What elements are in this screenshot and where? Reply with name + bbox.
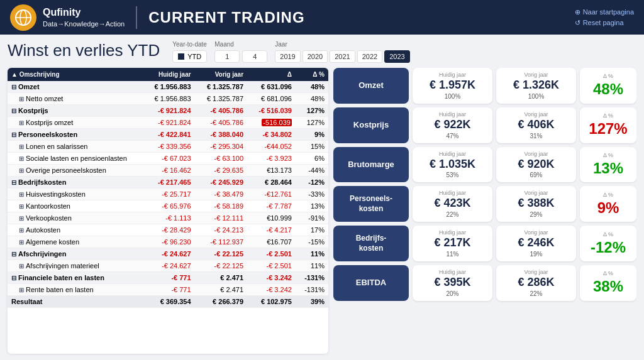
row-huidig: € 1.956.883 (142, 81, 194, 93)
card-sub-vorig: Vorig jaar (524, 151, 548, 157)
row-label: ⊞Algemene kosten (8, 236, 142, 248)
nav-home-link[interactable]: ⊕ Naar startpagina (575, 8, 634, 16)
row-delta: -€12.761 (247, 188, 296, 200)
card-personeels-vorig: Vorig jaar € 388K 29% (496, 186, 576, 222)
card-pct: 47% (446, 133, 458, 139)
logo-icon (10, 4, 36, 31)
row-pct: 11% (296, 248, 328, 260)
row-huidig: -€ 771 (142, 272, 194, 284)
row-huidig: -€ 921.824 (142, 117, 194, 129)
table-row: ⊟Bedrijfskosten -€ 217.465 -€ 245.929 € … (8, 177, 328, 188)
row-vorig: € 2.471 (195, 284, 247, 296)
card-sub-huidig: Huidig jaar (439, 111, 466, 117)
nav-home-label: Naar startpagina (583, 8, 634, 16)
year-btn-2022[interactable]: 2022 (357, 50, 382, 63)
row-pct: 17% (296, 224, 328, 236)
card-pct: 53% (446, 172, 458, 178)
month-from-input[interactable] (214, 50, 240, 63)
row-delta: -€ 2.501 (247, 248, 296, 260)
card-personeels-huidig: Huidig jaar € 423K 22% (413, 186, 492, 222)
row-vorig: -€ 22.125 (195, 248, 247, 260)
row-huidig: -€ 422.841 (142, 129, 194, 141)
row-delta: €13.173 (247, 165, 296, 177)
year-btn-2020[interactable]: 2020 (303, 50, 328, 63)
header: Qufinity Data→Knowledge→Action CURRENT T… (0, 0, 644, 35)
card-sub-huidig: Huidig jaar (439, 72, 466, 78)
row-huidig: -€ 24.627 (142, 248, 194, 260)
reset-link[interactable]: ↺ Reset pagina (575, 19, 634, 27)
card-delta-value: 48% (593, 80, 623, 98)
row-vorig: € 2.471 (195, 272, 247, 284)
ytd-filter: Year-to-date YTD (172, 41, 207, 63)
page-title: Winst en verlies YTD (8, 41, 160, 60)
row-pct: 15% (296, 141, 328, 153)
row-delta: € 631.096 (247, 81, 296, 93)
card-row-kostprijs: Kostprijs Huidig jaar € 922K 47% Vorig j… (333, 107, 636, 143)
table-row: ⊞Lonen en salarissen -€ 339.356 -€ 295.3… (8, 141, 328, 153)
col-header-delta: Δ (247, 68, 296, 81)
row-vorig: -€ 245.929 (195, 177, 247, 188)
card-delta-value: 38% (593, 278, 623, 295)
row-pct: 39% (296, 296, 328, 308)
row-vorig: € 1.325.787 (195, 93, 247, 105)
ytd-toggle[interactable]: YTD (172, 50, 207, 63)
card-delta-value: 127% (589, 120, 627, 138)
row-label: ⊞Sociale lasten en pensioenlasten (8, 153, 142, 165)
row-vorig: -€ 112.937 (195, 236, 247, 248)
month-label: Maand (214, 41, 267, 48)
year-btn-2019[interactable]: 2019 (275, 50, 300, 63)
row-pct: 9% (296, 129, 328, 141)
table-row-total: Resultaat € 369.354 € 266.379 € 102.975 … (8, 296, 328, 308)
row-delta: -€ 7.787 (247, 200, 296, 212)
bottom-section: ▲ Omschrijving Huidig jaar Vorig jaar Δ … (8, 68, 636, 354)
reset-icon: ↺ (575, 19, 580, 27)
row-vorig: € 1.325.787 (195, 81, 247, 93)
brand-tagline: Data→Knowledge→Action (43, 19, 125, 28)
row-label: ⊞Netto omzet (8, 93, 142, 105)
home-icon: ⊕ (575, 8, 580, 16)
ytd-text: YTD (187, 53, 201, 60)
row-delta: -€ 3.242 (247, 284, 296, 296)
row-label: ⊞Lonen en salarissen (8, 141, 142, 153)
card-row-ebitda: EBITDA Huidig jaar € 395K 20% Vorig jaar… (333, 265, 636, 301)
card-sub-vorig: Vorig jaar (524, 269, 548, 275)
row-pct: 127% (296, 117, 328, 129)
row-delta: -€44.052 (247, 141, 296, 153)
row-huidig: -€ 96.230 (142, 236, 194, 248)
card-value: € 246K (518, 237, 554, 249)
table-row: ⊞Autokosten -€ 28.429 -€ 24.213 -€ 4.217… (8, 224, 328, 236)
row-label: Resultaat (8, 296, 142, 308)
year-filter: Jaar 2019 2020 2021 2022 2023 (275, 41, 409, 63)
row-delta: -€ 4.217 (247, 224, 296, 236)
card-label-omzet: Omzet (333, 68, 409, 104)
reset-label: Reset pagina (583, 19, 624, 26)
year-buttons: 2019 2020 2021 2022 2023 (275, 50, 409, 63)
row-pct: 6% (296, 153, 328, 165)
year-btn-2021[interactable]: 2021 (330, 50, 355, 63)
row-delta: -€ 516.039 (247, 105, 296, 117)
card-pct: 100% (445, 93, 461, 100)
year-btn-2023[interactable]: 2023 (384, 50, 409, 63)
card-sub-vorig: Vorig jaar (524, 72, 548, 78)
card-row-bedrijfskosten: Bedrijfs-kosten Huidig jaar € 217K 11% V… (333, 226, 636, 261)
top-section: Winst en verlies YTD Year-to-date YTD Ma… (8, 41, 636, 63)
col-header-vorig: Vorig jaar (195, 68, 247, 81)
month-to-input[interactable] (242, 50, 267, 63)
table-row: ⊞Huisvestingskosten -€ 25.717 -€ 38.479 … (8, 188, 328, 200)
card-row-omzet: Omzet Huidig jaar € 1.957K 100% Vorig ja… (333, 68, 636, 104)
page-header-title: CURRENT TRADING (148, 9, 304, 26)
table-row: ⊞Kostprijs omzet -€ 921.824 -€ 405.786 -… (8, 117, 328, 129)
row-pct: -131% (296, 272, 328, 284)
table-row: ⊟Kostprijs -€ 921.824 -€ 405.786 -€ 516.… (8, 105, 328, 117)
col-header-name[interactable]: ▲ Omschrijving (8, 68, 142, 81)
table-row: ⊟Financiele baten en lasten -€ 771 € 2.4… (8, 272, 328, 284)
table-row: ⊞Afschrijvingen materieel -€ 24.627 -€ 2… (8, 260, 328, 272)
row-pct: -131% (296, 284, 328, 296)
card-bedrijfs-delta: Δ % -12% (580, 226, 636, 261)
row-pct: -33% (296, 188, 328, 200)
row-label: ⊞Kantoorkosten (8, 200, 142, 212)
card-value: € 388K (518, 197, 554, 210)
card-kostprijs-vorig: Vorig jaar € 406K 31% (496, 107, 576, 143)
row-pct: -12% (296, 177, 328, 188)
row-pct: -44% (296, 165, 328, 177)
